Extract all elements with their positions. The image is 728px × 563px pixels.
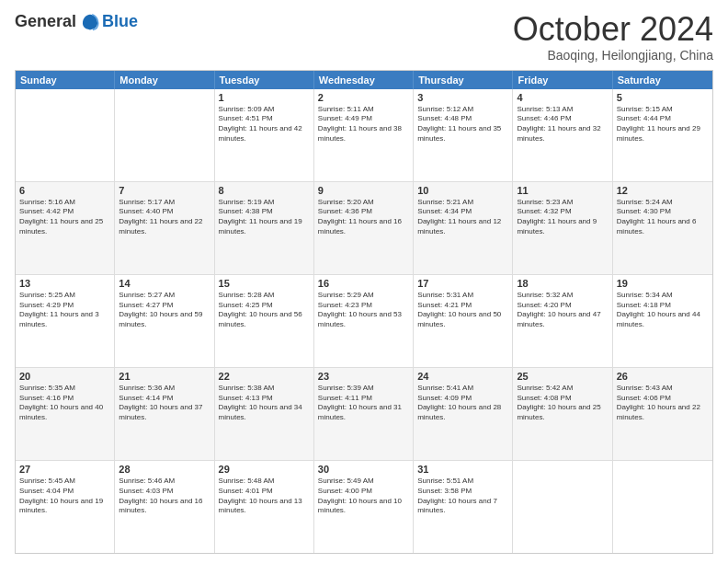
day-number: 4 xyxy=(517,92,608,103)
day-number: 30 xyxy=(318,464,409,475)
day-number: 27 xyxy=(19,464,110,475)
cal-cell-r1-c4: 10Sunrise: 5:21 AM Sunset: 4:34 PM Dayli… xyxy=(414,182,513,274)
day-details: Sunrise: 5:49 AM Sunset: 4:00 PM Dayligh… xyxy=(318,477,409,516)
day-details: Sunrise: 5:36 AM Sunset: 4:14 PM Dayligh… xyxy=(119,384,210,423)
cal-cell-r2-c6: 19Sunrise: 5:34 AM Sunset: 4:18 PM Dayli… xyxy=(613,275,712,367)
cal-cell-r4-c5 xyxy=(513,461,612,553)
day-number: 6 xyxy=(19,185,110,196)
day-number: 13 xyxy=(19,278,110,289)
cal-cell-r3-c0: 20Sunrise: 5:35 AM Sunset: 4:16 PM Dayli… xyxy=(16,368,115,460)
day-details: Sunrise: 5:42 AM Sunset: 4:08 PM Dayligh… xyxy=(517,384,608,423)
cal-cell-r0-c4: 3Sunrise: 5:12 AM Sunset: 4:48 PM Daylig… xyxy=(414,89,513,181)
cal-cell-r1-c0: 6Sunrise: 5:16 AM Sunset: 4:42 PM Daylig… xyxy=(16,182,115,274)
month-title: October 2024 xyxy=(513,11,713,48)
day-number: 14 xyxy=(119,278,210,289)
day-details: Sunrise: 5:13 AM Sunset: 4:46 PM Dayligh… xyxy=(517,105,608,144)
cal-cell-r0-c6: 5Sunrise: 5:15 AM Sunset: 4:44 PM Daylig… xyxy=(613,89,712,181)
day-number: 19 xyxy=(617,278,709,289)
calendar-header: Sunday Monday Tuesday Wednesday Thursday… xyxy=(16,71,712,89)
cal-cell-r1-c1: 7Sunrise: 5:17 AM Sunset: 4:40 PM Daylig… xyxy=(115,182,214,274)
cal-row-1: 6Sunrise: 5:16 AM Sunset: 4:42 PM Daylig… xyxy=(16,181,712,274)
day-number: 20 xyxy=(19,371,110,382)
cal-cell-r2-c2: 15Sunrise: 5:28 AM Sunset: 4:25 PM Dayli… xyxy=(215,275,314,367)
day-details: Sunrise: 5:25 AM Sunset: 4:29 PM Dayligh… xyxy=(19,291,110,330)
cal-cell-r4-c0: 27Sunrise: 5:45 AM Sunset: 4:04 PM Dayli… xyxy=(16,461,115,553)
cal-cell-r2-c0: 13Sunrise: 5:25 AM Sunset: 4:29 PM Dayli… xyxy=(16,275,115,367)
header-tuesday: Tuesday xyxy=(215,71,314,89)
logo-icon xyxy=(80,11,100,31)
day-number: 31 xyxy=(417,464,508,475)
day-details: Sunrise: 5:45 AM Sunset: 4:04 PM Dayligh… xyxy=(19,477,110,516)
page-header: General Blue October 2024 Baoqing, Heilo… xyxy=(15,11,713,63)
cal-cell-r0-c2: 1Sunrise: 5:09 AM Sunset: 4:51 PM Daylig… xyxy=(215,89,314,181)
cal-cell-r0-c5: 4Sunrise: 5:13 AM Sunset: 4:46 PM Daylig… xyxy=(513,89,612,181)
day-details: Sunrise: 5:19 AM Sunset: 4:38 PM Dayligh… xyxy=(219,198,310,237)
day-number: 11 xyxy=(517,185,608,196)
cal-cell-r1-c3: 9Sunrise: 5:20 AM Sunset: 4:36 PM Daylig… xyxy=(314,182,414,274)
location-subtitle: Baoqing, Heilongjiang, China xyxy=(513,48,713,63)
header-thursday: Thursday xyxy=(414,71,513,89)
cal-cell-r4-c6 xyxy=(613,461,712,553)
calendar-body: 1Sunrise: 5:09 AM Sunset: 4:51 PM Daylig… xyxy=(16,89,712,553)
cal-cell-r0-c3: 2Sunrise: 5:11 AM Sunset: 4:49 PM Daylig… xyxy=(314,89,414,181)
day-number: 24 xyxy=(417,371,508,382)
day-details: Sunrise: 5:34 AM Sunset: 4:18 PM Dayligh… xyxy=(617,291,709,330)
header-friday: Friday xyxy=(513,71,612,89)
cal-cell-r0-c1 xyxy=(115,89,214,181)
day-number: 17 xyxy=(417,278,508,289)
day-details: Sunrise: 5:48 AM Sunset: 4:01 PM Dayligh… xyxy=(219,477,310,516)
day-details: Sunrise: 5:29 AM Sunset: 4:23 PM Dayligh… xyxy=(318,291,409,330)
cal-row-0: 1Sunrise: 5:09 AM Sunset: 4:51 PM Daylig… xyxy=(16,89,712,181)
header-sunday: Sunday xyxy=(16,71,115,89)
cal-row-4: 27Sunrise: 5:45 AM Sunset: 4:04 PM Dayli… xyxy=(16,460,712,553)
day-number: 21 xyxy=(119,371,210,382)
day-details: Sunrise: 5:46 AM Sunset: 4:03 PM Dayligh… xyxy=(119,477,210,516)
day-number: 22 xyxy=(219,371,310,382)
day-details: Sunrise: 5:31 AM Sunset: 4:21 PM Dayligh… xyxy=(417,291,508,330)
logo: General Blue xyxy=(15,11,138,31)
cal-cell-r3-c2: 22Sunrise: 5:38 AM Sunset: 4:13 PM Dayli… xyxy=(215,368,314,460)
day-number: 29 xyxy=(219,464,310,475)
day-details: Sunrise: 5:17 AM Sunset: 4:40 PM Dayligh… xyxy=(119,198,210,237)
day-details: Sunrise: 5:27 AM Sunset: 4:27 PM Dayligh… xyxy=(119,291,210,330)
day-details: Sunrise: 5:32 AM Sunset: 4:20 PM Dayligh… xyxy=(517,291,608,330)
day-details: Sunrise: 5:28 AM Sunset: 4:25 PM Dayligh… xyxy=(219,291,310,330)
cal-cell-r1-c6: 12Sunrise: 5:24 AM Sunset: 4:30 PM Dayli… xyxy=(613,182,712,274)
cal-cell-r3-c4: 24Sunrise: 5:41 AM Sunset: 4:09 PM Dayli… xyxy=(414,368,513,460)
cal-cell-r3-c5: 25Sunrise: 5:42 AM Sunset: 4:08 PM Dayli… xyxy=(513,368,612,460)
cal-cell-r2-c3: 16Sunrise: 5:29 AM Sunset: 4:23 PM Dayli… xyxy=(314,275,414,367)
cal-row-3: 20Sunrise: 5:35 AM Sunset: 4:16 PM Dayli… xyxy=(16,367,712,460)
day-number: 25 xyxy=(517,371,608,382)
cal-cell-r1-c2: 8Sunrise: 5:19 AM Sunset: 4:38 PM Daylig… xyxy=(215,182,314,274)
header-monday: Monday xyxy=(115,71,214,89)
cal-cell-r4-c1: 28Sunrise: 5:46 AM Sunset: 4:03 PM Dayli… xyxy=(115,461,214,553)
logo-area: General Blue xyxy=(15,11,138,31)
day-details: Sunrise: 5:09 AM Sunset: 4:51 PM Dayligh… xyxy=(219,105,310,144)
cal-cell-r1-c5: 11Sunrise: 5:23 AM Sunset: 4:32 PM Dayli… xyxy=(513,182,612,274)
day-number: 26 xyxy=(617,371,709,382)
logo-text-general: General xyxy=(15,12,76,31)
cal-cell-r4-c3: 30Sunrise: 5:49 AM Sunset: 4:00 PM Dayli… xyxy=(314,461,414,553)
day-number: 15 xyxy=(219,278,310,289)
cal-cell-r3-c1: 21Sunrise: 5:36 AM Sunset: 4:14 PM Dayli… xyxy=(115,368,214,460)
cal-row-2: 13Sunrise: 5:25 AM Sunset: 4:29 PM Dayli… xyxy=(16,274,712,367)
cal-cell-r2-c1: 14Sunrise: 5:27 AM Sunset: 4:27 PM Dayli… xyxy=(115,275,214,367)
day-details: Sunrise: 5:38 AM Sunset: 4:13 PM Dayligh… xyxy=(219,384,310,423)
day-details: Sunrise: 5:43 AM Sunset: 4:06 PM Dayligh… xyxy=(617,384,709,423)
day-number: 9 xyxy=(318,185,409,196)
title-area: October 2024 Baoqing, Heilongjiang, Chin… xyxy=(513,11,713,63)
day-details: Sunrise: 5:20 AM Sunset: 4:36 PM Dayligh… xyxy=(318,198,409,237)
day-number: 1 xyxy=(219,92,310,103)
day-details: Sunrise: 5:12 AM Sunset: 4:48 PM Dayligh… xyxy=(417,105,508,144)
day-number: 10 xyxy=(417,185,508,196)
day-number: 16 xyxy=(318,278,409,289)
day-number: 7 xyxy=(119,185,210,196)
day-number: 5 xyxy=(617,92,709,103)
day-number: 2 xyxy=(318,92,409,103)
cal-cell-r4-c2: 29Sunrise: 5:48 AM Sunset: 4:01 PM Dayli… xyxy=(215,461,314,553)
day-details: Sunrise: 5:35 AM Sunset: 4:16 PM Dayligh… xyxy=(19,384,110,423)
day-details: Sunrise: 5:39 AM Sunset: 4:11 PM Dayligh… xyxy=(318,384,409,423)
day-details: Sunrise: 5:41 AM Sunset: 4:09 PM Dayligh… xyxy=(417,384,508,423)
header-wednesday: Wednesday xyxy=(314,71,414,89)
cal-cell-r3-c3: 23Sunrise: 5:39 AM Sunset: 4:11 PM Dayli… xyxy=(314,368,414,460)
